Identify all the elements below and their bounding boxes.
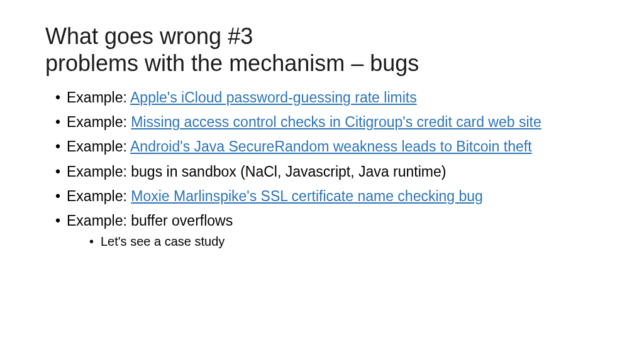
sub-bullet-text: Let's see a case study xyxy=(101,234,225,248)
list-item: Example: bugs in sandbox (NaCl, Javascri… xyxy=(55,162,599,182)
list-item: Example: Apple's iCloud password-guessin… xyxy=(55,88,599,107)
bullet-text: buffer overflows xyxy=(131,212,233,229)
bullet-link[interactable]: Android's Java SecureRandom weakness lea… xyxy=(130,138,532,155)
bullet-text: bugs in sandbox (NaCl, Javascript, Java … xyxy=(131,163,446,180)
bullet-link[interactable]: Apple's iCloud password-guessing rate li… xyxy=(130,89,417,106)
bullet-prefix: Example: xyxy=(67,188,131,204)
list-item: Example: Missing access control checks i… xyxy=(55,112,599,132)
bullet-list: Example: Apple's iCloud password-guessin… xyxy=(45,88,599,249)
slide-title: What goes wrong #3 problems with the mec… xyxy=(45,23,599,77)
title-line-2: problems with the mechanism – bugs xyxy=(45,50,419,76)
list-item: Example: Android's Java SecureRandom wea… xyxy=(55,137,599,156)
bullet-prefix: Example: xyxy=(67,114,131,130)
bullet-prefix: Example: xyxy=(67,212,131,229)
title-line-1: What goes wrong #3 xyxy=(45,23,253,49)
list-item: Example: Moxie Marlinspike's SSL certifi… xyxy=(55,187,599,206)
bullet-link[interactable]: Moxie Marlinspike's SSL certificate name… xyxy=(131,188,483,204)
bullet-prefix: Example: xyxy=(67,89,130,106)
bullet-prefix: Example: xyxy=(67,138,130,155)
bullet-prefix: Example: xyxy=(67,163,131,180)
list-item: Example: buffer overflows Let's see a ca… xyxy=(55,211,599,250)
bullet-link[interactable]: Missing access control checks in Citigro… xyxy=(131,114,541,130)
sub-list-item: Let's see a case study xyxy=(89,233,599,250)
sub-list: Let's see a case study xyxy=(67,233,599,250)
